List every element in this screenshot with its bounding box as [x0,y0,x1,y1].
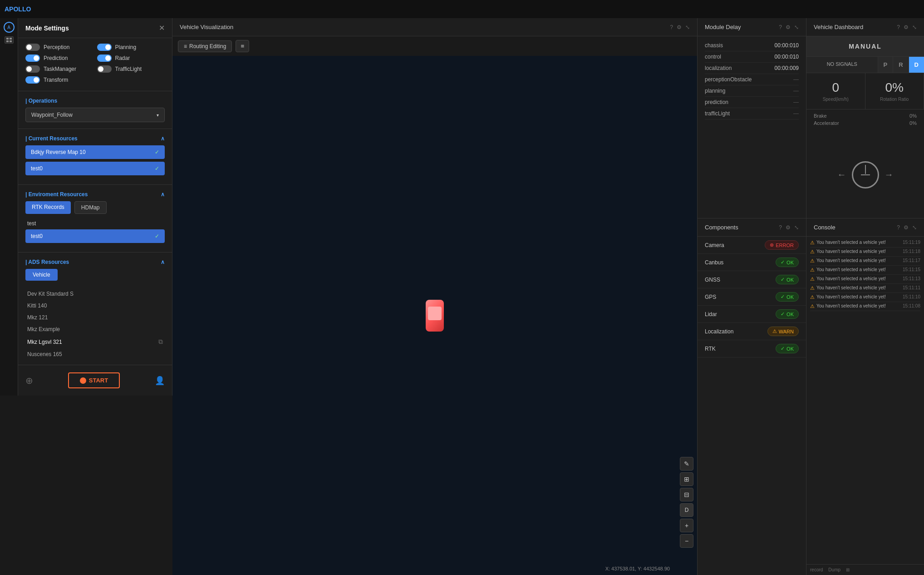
env-item-test0[interactable]: test0 ✓ [25,229,165,243]
hdmap-button[interactable]: HDMap [74,201,107,214]
perception-toggle-switch[interactable] [25,44,40,51]
prediction-toggle-switch[interactable] [25,55,40,62]
speed-label: Speed(km/h) [814,97,858,102]
resource-item-test0[interactable]: test0 ✓ [25,162,165,175]
zoom-out-button[interactable]: − [680,534,693,548]
console-expand-icon[interactable]: ⤡ [912,224,917,231]
gnss-status: ✓ OK [776,275,799,284]
console-help-icon[interactable]: ? [897,224,900,231]
brake-value: 0% [909,113,917,119]
console-msg-7: ⚠ You haven't selected a vehicle yet! 15… [810,302,920,311]
divider-4 [18,252,172,253]
route-icon: ≡ [184,43,187,50]
collapse-env-icon[interactable]: ∧ [161,191,165,198]
routing-secondary-button[interactable]: ≡ [236,40,249,52]
component-gnss: GNSS ✓ OK [698,271,806,288]
user-icon[interactable]: 👤 [155,376,165,386]
collapse-icon[interactable]: ∧ [161,135,165,142]
ok-icon-gnss: ✓ [781,277,785,283]
module-expand-icon[interactable]: ⤡ [794,24,799,30]
collapse-ads-icon[interactable]: ∧ [161,259,165,265]
drive-btn-r[interactable]: R [893,57,908,73]
transform-label: Transform [44,77,68,83]
nav-icon-circle[interactable]: A [4,22,15,33]
vehicle-visualization-map[interactable]: X: 437538.01, Y: 4432548.90 ✎ ⊞ ⊟ D + − [172,56,697,575]
check-icon-env-test0: ✓ [155,233,159,239]
toggle-trafficlight: TrafficLight [97,65,165,73]
routing-editing-button[interactable]: ≡ Routing Editing [178,40,232,52]
steer-left-arrow[interactable]: ← [837,169,846,180]
console-settings-icon[interactable]: ⚙ [904,224,909,231]
dash-help-icon[interactable]: ? [897,24,900,30]
vehicle-viz-header: Vehicle Visualization ? ⚙ ⤡ [172,18,697,36]
expand-icon[interactable]: ⤡ [685,24,690,30]
msg-time-0: 15:11:19 [903,240,920,246]
record-btn[interactable]: record [810,567,823,572]
msg-time-4: 15:11:13 [903,276,920,282]
routing-editing-label: Routing Editing [189,43,226,50]
vehicle-sprite [426,300,444,332]
console-msg-3: ⚠ You haven't selected a vehicle yet! 15… [810,266,920,275]
comp-help-icon[interactable]: ? [779,224,782,231]
ads-item-mkz121[interactable]: Mkz 121 [25,312,165,323]
module-settings-icon[interactable]: ⚙ [786,24,791,30]
ads-resources-title: ADS Resources ∧ [25,259,165,265]
d-tool-button[interactable]: D [680,503,693,517]
add-icon[interactable]: ⊕ [25,375,33,386]
camera-tool-button[interactable]: ⊟ [680,488,693,501]
drive-btn-p[interactable]: P [878,57,893,73]
console-messages: ⚠ You haven't selected a vehicle yet! 15… [806,237,924,564]
sidebar: Mode Settings ✕ Perception Planning [18,18,172,396]
module-help-icon[interactable]: ? [779,24,782,30]
grid-btn[interactable]: ⊞ [846,567,850,572]
planning-toggle-switch[interactable] [97,44,112,51]
vehicle-button[interactable]: Vehicle [25,269,58,281]
components-icons: ? ⚙ ⤡ [779,224,799,231]
brake-label: Brake [814,113,827,119]
msg-text-4: You haven't selected a vehicle yet! [816,276,903,282]
comp-settings-icon[interactable]: ⚙ [786,224,791,231]
transform-toggle-switch[interactable] [25,76,40,84]
component-canbus: Canbus ✓ OK [698,254,806,271]
resource-item-test0-label: test0 [31,165,43,172]
settings-icon[interactable]: ⚙ [677,24,682,30]
perception-label: Perception [44,44,69,50]
rotation-value: 0% [873,80,917,95]
component-gps: GPS ✓ OK [698,288,806,306]
right-top: Module Delay ? ⚙ ⤡ chassis 00:00:010 con… [697,18,924,218]
radar-toggle-switch[interactable] [97,55,112,62]
current-resources-title: Current Resources ∧ [25,135,165,142]
steer-right-arrow[interactable]: → [885,169,894,180]
dash-settings-icon[interactable]: ⚙ [904,24,909,30]
rtk-records-button[interactable]: RTK Records [25,201,71,214]
msg-time-5: 15:11:11 [903,285,920,291]
close-button[interactable]: ✕ [159,24,165,32]
svg-rect-3 [10,40,12,42]
error-icon: ⊗ [770,242,774,248]
ads-item-mkzlgsvl[interactable]: Mkz Lgsvl 321 ⧉ [25,335,165,348]
dash-expand-icon[interactable]: ⤡ [912,24,917,30]
msg-icon-1: ⚠ [810,249,815,255]
zoom-in-button[interactable]: + [680,519,693,532]
resource-item-bdkjy[interactable]: Bdkjy Reverse Map 10 ✓ [25,145,165,159]
operations-dropdown[interactable]: Waypoint_Follow ▾ [25,108,165,122]
taskmanager-toggle-switch[interactable] [25,65,40,73]
accel-label: Accelerator [814,120,839,126]
help-icon[interactable]: ? [670,24,673,30]
drive-btn-d[interactable]: D [909,57,924,73]
ads-item-kitti[interactable]: Kitti 140 [25,300,165,312]
planning-label: Planning [115,44,137,50]
ads-item-mkzexample[interactable]: Mkz Example [25,323,165,335]
nav-icon-grid[interactable] [5,36,14,44]
ads-item-devkit[interactable]: Dev Kit Standard S [25,288,165,300]
copy-tool-button[interactable]: ⊞ [680,472,693,486]
start-button[interactable]: START [68,372,120,388]
trafficlight-toggle-switch[interactable] [97,65,112,73]
dump-btn[interactable]: Dump [828,567,840,572]
svg-rect-2 [6,40,9,42]
pencil-tool-button[interactable]: ✎ [680,457,693,471]
vehicle-viz-title: Vehicle Visualization [180,24,233,30]
ads-item-nuscenes[interactable]: Nuscenes 165 [25,348,165,360]
comp-expand-icon[interactable]: ⤡ [794,224,799,231]
env-resources-title: Enviroment Resources ∧ [25,191,165,198]
